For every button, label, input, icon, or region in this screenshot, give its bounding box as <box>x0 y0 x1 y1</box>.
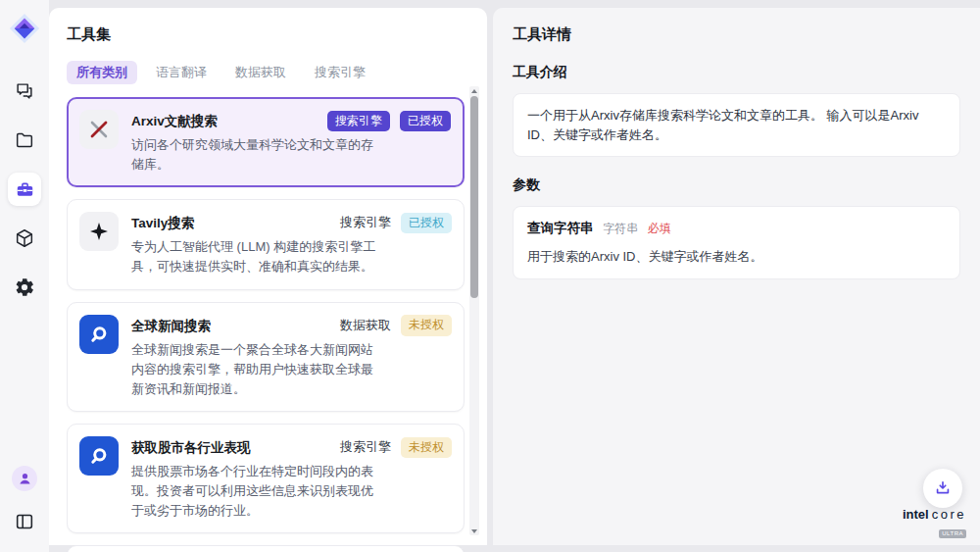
category-tab-0[interactable]: 所有类别 <box>67 61 137 84</box>
juhe-logo <box>79 436 119 476</box>
tool-desc: 专为人工智能代理 (LLM) 构建的搜索引擎工具，可快速提供实时、准确和真实的结… <box>131 237 382 276</box>
download-button[interactable] <box>923 469 962 508</box>
scrollbar[interactable] <box>469 86 479 535</box>
chat-icon[interactable] <box>8 75 41 108</box>
brand-core: core <box>932 507 966 522</box>
tool-list: Arxiv文献搜索访问各个研究领域大量科学论文和文章的存储库。搜索引擎已授权Ta… <box>67 97 465 552</box>
toolset-panel: 工具集 所有类别语言翻译数据获取搜索引擎 Arxiv文献搜索访问各个研究领域大量… <box>49 8 487 545</box>
toolset-title: 工具集 <box>67 25 487 44</box>
settings-icon[interactable] <box>8 271 41 304</box>
arxiv-logo <box>79 110 119 149</box>
category-badge: 搜索引擎 <box>327 111 390 131</box>
parameter-card: 查询字符串 字符串 必填 用于搜索的Arxiv ID、关键字或作者姓名。 <box>513 206 960 279</box>
status-badge: 已授权 <box>401 213 452 233</box>
folder-icon[interactable] <box>8 124 41 157</box>
status-badge: 已授权 <box>400 111 451 131</box>
scrollbar-thumb[interactable] <box>470 96 478 298</box>
tool-card[interactable]: Arxiv文献搜索访问各个研究领域大量科学论文和文章的存储库。搜索引擎已授权 <box>67 97 465 187</box>
app-logo-icon <box>8 12 41 49</box>
parameter-desc: 用于搜索的Arxiv ID、关键字或作者姓名。 <box>527 247 946 267</box>
tool-badges: 搜索引擎已授权 <box>327 111 451 131</box>
details-title: 工具详情 <box>513 25 960 44</box>
brand-intel: intel <box>903 507 929 522</box>
juhe-logo <box>79 315 119 354</box>
tool-badges: 搜索引擎已授权 <box>340 212 452 234</box>
tool-desc: 提供股票市场各个行业在特定时间段内的表现。投资者可以利用这些信息来识别表现优于或… <box>131 462 382 521</box>
tool-details-panel: 工具详情 工具介绍 一个用于从Arxiv存储库搜索科学论文和文章的工具。 输入可… <box>493 8 980 545</box>
params-heading: 参数 <box>513 176 960 194</box>
intel-core-logo: intelcore ULTRA <box>903 505 966 539</box>
app-window: 工具集 所有类别语言翻译数据获取搜索引擎 Arxiv文献搜索访问各个研究领域大量… <box>0 0 980 552</box>
toolbox-icon[interactable] <box>8 173 41 206</box>
tool-desc: 访问各个研究领域大量科学论文和文章的存储库。 <box>131 135 382 175</box>
cube-icon[interactable] <box>8 222 41 255</box>
category-tab-3[interactable]: 搜索引擎 <box>305 61 375 84</box>
category-badge: 搜索引擎 <box>340 436 391 459</box>
intro-card: 一个用于从Arxiv存储库搜索科学论文和文章的工具。 输入可以是Arxiv ID… <box>513 93 960 157</box>
category-badge: 数据获取 <box>340 315 391 337</box>
category-tab-1[interactable]: 语言翻译 <box>146 61 217 84</box>
tavily-logo <box>79 212 119 251</box>
layout-toggle-icon[interactable] <box>8 505 41 538</box>
intro-heading: 工具介绍 <box>513 64 960 81</box>
scrollbar-up-arrow[interactable] <box>469 86 479 95</box>
parameter-required-badge: 必填 <box>648 222 671 235</box>
user-avatar-icon[interactable] <box>8 462 41 495</box>
parameter-header: 查询字符串 字符串 必填 <box>527 219 946 238</box>
tool-badges: 数据获取未授权 <box>340 315 452 337</box>
scrollbar-down-arrow[interactable] <box>469 527 479 535</box>
brand-ultra-badge: ULTRA <box>939 529 966 538</box>
rail-bottom <box>8 462 41 538</box>
tool-desc: 全球新闻搜索是一个聚合全球各大新闻网站内容的搜索引擎，帮助用户快速获取全球最新资… <box>131 340 382 399</box>
tool-card[interactable]: 全球新闻搜索全球新闻搜索是一个聚合全球各大新闻网站内容的搜索引擎，帮助用户快速获… <box>67 302 465 412</box>
category-badge: 搜索引擎 <box>340 212 391 234</box>
tool-card[interactable]: Tavily搜索专为人工智能代理 (LLM) 构建的搜索引擎工具，可快速提供实时… <box>67 199 465 289</box>
icon-rail <box>0 0 49 552</box>
tool-badges: 搜索引擎未授权 <box>340 436 452 459</box>
tool-card[interactable]: 获取股市各行业表现提供股票市场各个行业在特定时间段内的表现。投资者可以利用这些信… <box>67 424 465 533</box>
category-tab-2[interactable]: 数据获取 <box>225 61 296 84</box>
category-tabs: 所有类别语言翻译数据获取搜索引擎 <box>67 61 487 84</box>
tool-card[interactable]: 获取市场最活跃股票信息提供当天交易量最高的股票列表，投资者可以利用这些信息来识别… <box>67 545 465 552</box>
status-badge: 未授权 <box>401 315 452 335</box>
rail-nav <box>8 75 41 304</box>
parameter-type: 字符串 <box>603 222 638 235</box>
status-badge: 未授权 <box>401 437 452 458</box>
parameter-name: 查询字符串 <box>527 221 594 235</box>
